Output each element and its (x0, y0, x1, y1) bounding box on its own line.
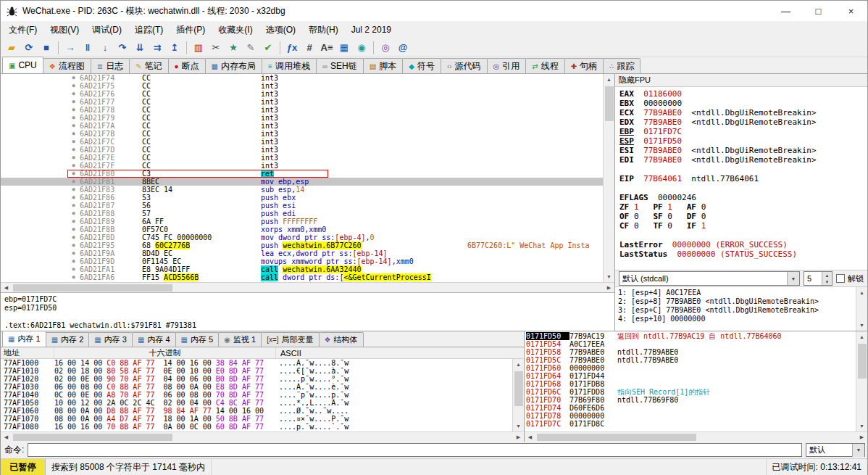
chevron-down-icon[interactable]: ▼ (787, 272, 799, 285)
breakpoint-dot[interactable]: ● (67, 138, 80, 146)
tab-symbols[interactable]: ◆符号 (402, 58, 441, 73)
breakpoint-dot[interactable]: ● (67, 202, 80, 210)
scroll-up-arrow[interactable]: ▲ (856, 287, 868, 298)
scroll-track[interactable] (856, 298, 868, 320)
breakpoint-dot[interactable]: ● (67, 186, 80, 194)
argument-row[interactable]: 1: [esp+4] A0C17EEA (618, 289, 856, 297)
disasm-row[interactable]: ●6AD21FA1E8 9A04D1FFcall wechatwin.6AA32… (1, 265, 603, 273)
stack-row[interactable]: 0171FD6000000000 (526, 364, 856, 372)
menu-item[interactable]: 帮助(H) (302, 22, 345, 38)
menu-item[interactable]: 插件(P) (170, 22, 212, 38)
disasm-row[interactable]: ●6AD21F7ECCint3 (1, 154, 603, 162)
label-icon[interactable]: A≡ (319, 40, 335, 56)
tab-notes[interactable]: ✎笔记 (129, 58, 168, 73)
disasm-row[interactable]: ●6AD21F80C3ret (1, 170, 603, 178)
tab-threads[interactable]: ⇄线程 (525, 58, 564, 73)
disasm-row[interactable]: ●6AD21F75CCint3 (1, 82, 603, 90)
stack-row[interactable]: 0171FD640171FD44 (526, 372, 856, 380)
dump-vscrollbar[interactable]: ▲ ▼ (512, 359, 524, 431)
disasm-row[interactable]: ●6AD21F8756push esi (1, 202, 603, 210)
log-icon[interactable]: ▥ (191, 40, 206, 56)
stack-row[interactable]: 0171FD5877B9ABE0ntdll.77B9ABE0 (526, 348, 856, 356)
menu-item[interactable]: 追踪(T) (128, 22, 170, 38)
tab-dump-5[interactable]: ▦内存 5 (175, 332, 220, 347)
disasm-row[interactable]: ●6AD21F818BECmov ebp,esp (1, 178, 603, 186)
breakpoint-dot[interactable]: ● (67, 249, 80, 257)
scroll-track[interactable] (535, 432, 856, 442)
close-button[interactable]: × (835, 1, 867, 21)
argument-row[interactable]: 4: [esp+10] 00000000 (618, 315, 856, 323)
menu-item[interactable]: 文件(F) (2, 22, 43, 38)
scroll-right-arrow[interactable]: ▶ (513, 432, 524, 442)
stack-row[interactable]: 0171FD5077B9AC19返回到 ntdll.77B9AC19 自 ntd… (526, 332, 856, 340)
animate-into-icon[interactable]: ⇊ (132, 40, 148, 56)
register-row[interactable]: LastStatus 00000000 (STATUS_SUCCESS) (619, 249, 867, 259)
register-row[interactable]: EFLAGS 00000246 (619, 193, 867, 202)
register-row[interactable]: OF 0 SF 0 DF 0 (619, 212, 867, 221)
disasm-row[interactable]: ●6AD21F8653push ebx (1, 194, 603, 202)
stack-row[interactable]: 0171FD680171FDB8 (526, 380, 856, 388)
tab-struct[interactable]: ❖结构体 (319, 332, 364, 347)
handle-icon[interactable]: ◉ (354, 40, 370, 56)
tab-source[interactable]: ‹›源代码 (441, 58, 488, 73)
breakpoint-dot[interactable]: ● (67, 218, 80, 226)
scroll-left-arrow[interactable]: ◀ (1, 283, 12, 293)
dump-row[interactable]: 77AF100016 00 14 00 C0 8B AF 77 14 00 16… (4, 359, 512, 367)
scroll-up-arrow[interactable]: ▲ (856, 331, 868, 342)
breakpoint-dot[interactable]: ● (67, 273, 80, 281)
breakpoint-dot[interactable]: ● (67, 98, 80, 106)
stack-row[interactable]: 0171FD7800000000 (526, 412, 856, 420)
register-row[interactable]: ECX 77B9ABE0 <ntdll.DbgUiRemoteBreakin> (619, 108, 867, 117)
maximize-button[interactable]: □ (802, 1, 835, 21)
pause-icon[interactable]: ‖ (80, 40, 96, 56)
minimize-button[interactable]: — (769, 1, 802, 21)
calculator-icon[interactable]: ƒx (284, 40, 300, 56)
tab-trace[interactable]: ∴跟踪 (603, 58, 640, 73)
dump-row[interactable]: 77AF10400C 00 0E 00 A8 70 AF 77 06 00 08… (4, 391, 512, 399)
disasm-row[interactable]: ●6AD21F8B0F57C0xorps xmm0,xmm0 (1, 226, 603, 234)
tab-breakpoints[interactable]: ●断点 (168, 58, 206, 73)
disasm-row[interactable]: ●6AD21F8383EC 14sub esp,14 (1, 186, 603, 194)
menu-item[interactable]: Jul 2 2019 (345, 22, 398, 37)
tab-memory-map[interactable]: ▦内存布局 (205, 58, 262, 73)
dump-row[interactable]: 77AF102002 00 0E 00 90 70 AF 77 04 00 06… (4, 375, 512, 383)
scroll-thumb[interactable] (858, 344, 867, 379)
command-combo[interactable]: 默认 ▼ (806, 443, 865, 457)
argument-count-spinner[interactable]: 5 ▲ ▼ (804, 271, 832, 286)
breakpoint-dot[interactable]: ● (67, 90, 80, 98)
disasm-row[interactable]: ●6AD21F78CCint3 (1, 106, 603, 114)
disasm-row[interactable]: ●6AD21F7BCCint3 (1, 130, 603, 138)
calling-convention-combo[interactable]: 默认 (stdcall) ▼ (619, 271, 800, 286)
breakpoint-dot[interactable]: ● (67, 106, 80, 114)
chevron-down-icon[interactable]: ▼ (852, 444, 864, 457)
disasm-row[interactable]: ●6AD21F76CCint3 (1, 90, 603, 98)
terminate-icon[interactable]: ■ (38, 40, 54, 56)
breakpoint-dot[interactable]: ● (67, 74, 80, 82)
register-row[interactable]: LastError 00000000 (ERROR_SUCCESS) (619, 240, 867, 249)
step-into-icon[interactable]: ↓ (97, 40, 113, 56)
comment-icon[interactable]: ✎ (243, 40, 259, 56)
disasm-row[interactable]: ●6AD21F7DCCint3 (1, 146, 603, 154)
disasm-row[interactable]: ●6AD21F77CCint3 (1, 98, 603, 106)
scroll-track[interactable] (12, 432, 513, 442)
tab-dump-2[interactable]: ▦内存 2 (46, 332, 90, 347)
breakpoint-dot[interactable]: ● (67, 210, 80, 218)
arguments-vscrollbar[interactable]: ▲ ▼ (856, 287, 867, 331)
step-over-icon[interactable]: ↷ (114, 40, 130, 56)
tab-handles[interactable]: ✚句柄 (564, 58, 604, 73)
stack-row[interactable]: 0171FD7C0171FD8C (526, 420, 856, 428)
disasm-row[interactable]: ●6AD21F9D0F1145 ECmovups xmmword ptr ss:… (1, 257, 603, 265)
stack-hscrollbar[interactable]: ◀ ▶ (525, 431, 867, 442)
breakpoint-dot[interactable]: ● (67, 170, 80, 178)
disasm-row[interactable]: ●6AD21F7ACCint3 (1, 122, 603, 130)
register-row[interactable]: EIP 77B64061 ntdll.77B64061 (619, 174, 867, 183)
scroll-down-arrow[interactable]: ▼ (513, 421, 525, 431)
animate-over-icon[interactable]: ⇉ (149, 40, 165, 56)
argument-row[interactable]: 2: [esp+8] 77B9ABE0 <ntdll.DbgUiRemoteBr… (618, 297, 856, 306)
scroll-track[interactable] (513, 370, 525, 421)
execute-till-return-icon[interactable]: ↥ (167, 40, 183, 56)
memory-map-icon[interactable]: ▦ (336, 40, 352, 56)
menu-item[interactable]: 收藏夹(I) (212, 22, 259, 38)
command-input[interactable] (28, 443, 802, 457)
register-row[interactable]: ZF 1 PF 1 AF 0 (619, 202, 867, 212)
